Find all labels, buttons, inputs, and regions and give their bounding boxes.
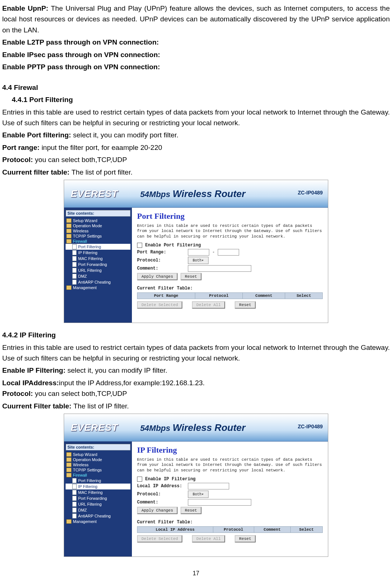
reset-button[interactable]: Reset — [181, 273, 202, 280]
localip-label: Local IP Address: — [137, 484, 185, 489]
sidebar-title: Site contents: — [66, 444, 130, 450]
sidebar-item-macfiltering[interactable]: MAC Filtering — [66, 256, 130, 261]
sidebar-item-opmode[interactable]: Operation Mode — [66, 223, 130, 228]
th-select: Select — [285, 293, 323, 299]
pf-pr-body: input the filter port, for eaample 20-22… — [42, 144, 162, 151]
ip-la-body: input the IP Address,for example:192.168… — [59, 379, 205, 387]
sidebar-item-ipfiltering[interactable]: IP Filtering — [66, 484, 130, 489]
portrange-from-input[interactable] — [188, 249, 209, 256]
th-comment: Comment — [242, 293, 285, 299]
pf-ct-label: Cuurrent filter table: — [2, 168, 71, 176]
sidebar-item-firewall[interactable]: Firewall — [66, 239, 130, 244]
page-icon — [72, 478, 77, 483]
router-header: EVEREST 54Mbps Wireless Router ZC-IP0489 — [64, 180, 328, 208]
model-text: ZC-IP0489 — [298, 424, 323, 429]
sidebar-item-urlfiltering[interactable]: URL Filtering — [66, 267, 130, 273]
ip-ct-label: Cuurrent Filter table: — [2, 402, 73, 410]
ip-en-body: select it, you can modify IP filter. — [67, 366, 167, 374]
delete-all-button[interactable]: Delete All — [192, 301, 225, 309]
logo-text: EVEREST — [71, 188, 118, 200]
sidebar-item-dmz[interactable]: DMZ — [66, 507, 130, 513]
sidebar-item-portfiltering[interactable]: Port Filtering — [66, 244, 130, 250]
folder-icon — [66, 218, 71, 223]
filter-table: Port Range Protocol Comment Select — [137, 292, 323, 299]
sidebar-item-portfiltering[interactable]: Port Filtering — [66, 478, 130, 484]
apply-button[interactable]: Apply Changes — [137, 507, 178, 514]
sidebar-item-setup[interactable]: Setup Wizard — [66, 452, 130, 457]
folder-icon — [66, 519, 71, 524]
portrange-to-input[interactable] — [218, 249, 239, 256]
pf-pro-body: you can select both,TCP,UDP — [35, 156, 127, 164]
header-text: 54Mbps Wireless Router — [140, 422, 245, 433]
protocol-label: Protocol: — [137, 492, 185, 497]
reset-table-button[interactable]: Reset — [235, 301, 256, 309]
th-portrange: Port Range — [137, 293, 195, 299]
section-4-4-2: 4.4.2 IP Filtering — [2, 330, 390, 340]
sidebar-title: Site contents: — [66, 210, 130, 217]
sidebar-item-tcpip[interactable]: TCP/IP Settings — [66, 467, 130, 473]
localip-input[interactable] — [188, 483, 229, 489]
enable-row: Enable Port Filtering — [137, 243, 323, 248]
reset-button[interactable]: Reset — [181, 507, 202, 514]
comment-input[interactable] — [188, 265, 251, 272]
th-comment: Comment — [254, 527, 290, 533]
sidebar-item-dmz[interactable]: DMZ — [66, 273, 130, 279]
page-icon — [72, 274, 77, 279]
ip-table-line: Cuurrent Filter table: The list of IP fi… — [2, 401, 390, 411]
page-icon — [72, 496, 77, 501]
router-header: EVEREST 54Mbps Wireless Router ZC-IP0489 — [64, 414, 328, 442]
comment-input[interactable] — [188, 499, 251, 506]
model-text: ZC-IP0489 — [298, 190, 323, 196]
sidebar-item-management[interactable]: Management — [66, 285, 130, 290]
page-icon — [72, 502, 77, 507]
pf-portrange-line: Port range: input the filter port, for e… — [2, 142, 390, 153]
sidebar-item-wireless[interactable]: Wireless — [66, 462, 130, 467]
sidebar-item-antiarp[interactable]: AntiARP Cheating — [66, 279, 130, 285]
sidebar: Site contents: Setup Wizard Operation Mo… — [64, 208, 132, 323]
enable-checkbox[interactable] — [137, 477, 142, 482]
sidebar-item-wireless[interactable]: Wireless — [66, 228, 130, 233]
sidebar-item-urlfiltering[interactable]: URL Filtering — [66, 501, 130, 507]
ip-protocol-line: Protocol: you can select both,TCP,UDP — [2, 388, 390, 399]
page-icon — [72, 244, 77, 249]
sidebar-item-ipfiltering[interactable]: IP Filtering — [66, 250, 130, 256]
sidebar-item-portforwarding[interactable]: Port Forwarding — [66, 495, 130, 501]
folder-icon — [66, 239, 71, 243]
apply-button[interactable]: Apply Changes — [137, 273, 178, 280]
folder-icon — [66, 473, 71, 477]
sidebar-item-setup[interactable]: Setup Wizard — [66, 218, 130, 223]
protocol-select[interactable]: Both ▾ — [188, 491, 209, 498]
section-4-4-1: 4.4.1 Port Filtering — [2, 94, 390, 105]
sidebar-item-macfiltering[interactable]: MAC Filtering — [66, 489, 130, 495]
pptp-line: Enable PPTP pass through on VPN connecti… — [2, 62, 390, 72]
enable-checkbox[interactable] — [137, 243, 142, 248]
sidebar-item-portforwarding[interactable]: Port Forwarding — [66, 261, 130, 267]
delete-selected-button[interactable]: Delete Selected — [137, 535, 182, 542]
folder-icon — [66, 224, 71, 228]
sidebar-item-opmode[interactable]: Operation Mode — [66, 457, 130, 462]
pf-enable-label: Enable Port filtering: — [2, 131, 73, 139]
comment-label: Comment: — [137, 266, 185, 271]
sidebar-item-antiarp[interactable]: AntiARP Cheating — [66, 513, 130, 519]
enable-label: Enable Port Filtering — [145, 243, 201, 248]
th-protocol: Protocol — [195, 293, 242, 299]
protocol-select[interactable]: Both ▾ — [188, 257, 209, 264]
page-icon — [72, 484, 77, 489]
folder-icon — [66, 229, 71, 233]
reset-table-button[interactable]: Reset — [235, 535, 256, 542]
content-title: IP Filtering — [137, 445, 323, 455]
folder-icon — [66, 452, 71, 457]
sidebar: Site contents: Setup Wizard Operation Mo… — [64, 442, 132, 556]
delete-all-button[interactable]: Delete All — [192, 535, 225, 542]
upnp-body: The Universal Plug and Play (UPnP) featu… — [2, 4, 390, 34]
upnp-para: Enable UpnP: The Universal Plug and Play… — [2, 3, 390, 35]
pf-table-line: Cuurrent filter table: The list of port … — [2, 167, 390, 178]
logo-text: EVEREST — [71, 422, 118, 433]
comment-label: Comment: — [137, 500, 185, 505]
th-localip: Local IP Address — [137, 527, 213, 533]
delete-selected-button[interactable]: Delete Selected — [137, 301, 182, 309]
sidebar-item-management[interactable]: Management — [66, 519, 130, 524]
page-icon — [72, 262, 77, 267]
sidebar-item-firewall[interactable]: Firewall — [66, 473, 130, 478]
sidebar-item-tcpip[interactable]: TCP/IP Settings — [66, 233, 130, 239]
